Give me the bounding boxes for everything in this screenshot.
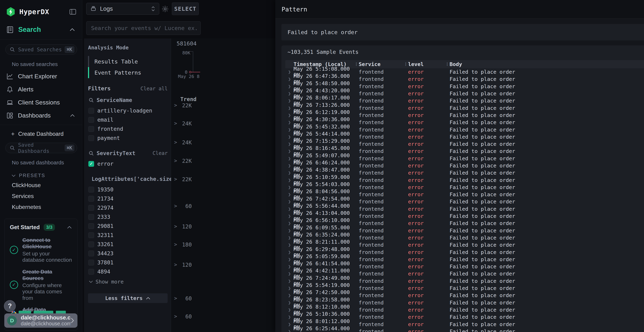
filter-option[interactable]: 34423: [88, 249, 168, 258]
mode-results-table[interactable]: Results Table: [88, 56, 168, 67]
expand-chevron-icon[interactable]: >: [174, 262, 177, 268]
preset-dashboard-services[interactable]: Services: [0, 191, 82, 202]
checkbox-unchecked[interactable]: [88, 196, 94, 202]
filter-option[interactable]: 2333: [88, 212, 168, 222]
collapse-sidebar-icon[interactable]: [70, 9, 76, 15]
expand-chevron-icon[interactable]: >: [174, 158, 177, 164]
checkbox-unchecked[interactable]: [88, 223, 94, 229]
filter-option[interactable]: 32311: [88, 230, 168, 240]
checkbox-unchecked[interactable]: [88, 126, 94, 132]
column-resize-handle[interactable]: ⋮: [404, 62, 408, 67]
saved-dashboards-input[interactable]: Saved Dashboards ⌘K: [5, 143, 77, 153]
event-search-input[interactable]: Search your events w/ Lucene ex. colu: [86, 21, 201, 35]
checkbox-unchecked[interactable]: [88, 108, 94, 114]
expand-chevron-icon[interactable]: >: [174, 242, 177, 248]
filter-option[interactable]: 37801: [88, 258, 168, 267]
expand-chevron-icon[interactable]: ❯: [285, 120, 294, 125]
sidebar-item-client-sessions[interactable]: Client Sessions: [0, 96, 82, 109]
expand-chevron-icon[interactable]: ❯: [285, 127, 294, 132]
expand-chevron-icon[interactable]: ❯: [285, 76, 294, 82]
filter-option[interactable]: 21734: [88, 194, 168, 203]
preset-dashboard-clickhouse[interactable]: ClickHouse: [0, 180, 82, 191]
mode-event-patterns[interactable]: Event Patterns: [88, 67, 168, 78]
expand-chevron-icon[interactable]: ❯: [285, 178, 294, 183]
expand-chevron-icon[interactable]: ❯: [285, 314, 294, 320]
select-button[interactable]: SELECT: [172, 2, 199, 15]
filter-option[interactable]: 33261: [88, 240, 168, 249]
expand-chevron-icon[interactable]: ❯: [285, 192, 294, 197]
expand-chevron-icon[interactable]: >: [174, 224, 177, 229]
get-started-item[interactable]: ✓ Create Data Sources Configure where yo…: [10, 268, 72, 301]
expand-chevron-icon[interactable]: ❯: [285, 141, 294, 147]
checkbox-unchecked[interactable]: [88, 242, 94, 247]
expand-chevron-icon[interactable]: >: [174, 120, 177, 126]
source-select[interactable]: Logs: [86, 3, 159, 15]
preset-dashboard-kubernetes[interactable]: Kubernetes: [0, 202, 82, 212]
expand-chevron-icon[interactable]: ❯: [285, 214, 294, 219]
expand-chevron-icon[interactable]: ❯: [285, 206, 294, 212]
expand-chevron-icon[interactable]: ❯: [285, 228, 294, 233]
filter-option[interactable]: 4894: [88, 267, 168, 276]
source-settings-gear-icon[interactable]: [162, 5, 169, 12]
checkbox-unchecked[interactable]: [88, 232, 94, 238]
expand-chevron-icon[interactable]: ❯: [285, 286, 294, 291]
expand-chevron-icon[interactable]: >: [174, 314, 177, 319]
expand-chevron-icon[interactable]: >: [174, 102, 177, 108]
checkbox-checked[interactable]: ✓: [88, 161, 94, 167]
expand-chevron-icon[interactable]: ❯: [285, 300, 294, 305]
column-resize-handle[interactable]: ⋮: [445, 62, 450, 67]
expand-chevron-icon[interactable]: ❯: [285, 257, 294, 262]
expand-chevron-icon[interactable]: ❯: [285, 163, 294, 168]
filter-option[interactable]: 22974: [88, 203, 168, 212]
expand-chevron-icon[interactable]: ❯: [285, 278, 294, 284]
expand-chevron-icon[interactable]: ❯: [285, 84, 294, 89]
expand-chevron-icon[interactable]: ❯: [285, 170, 294, 176]
expand-chevron-icon[interactable]: >: [174, 295, 177, 301]
expand-chevron-icon[interactable]: ❯: [285, 250, 294, 255]
checkbox-unchecked[interactable]: [88, 214, 94, 220]
expand-chevron-icon[interactable]: >: [174, 176, 177, 182]
filter-option[interactable]: frontend: [88, 124, 168, 134]
checkbox-unchecked[interactable]: [88, 117, 94, 123]
expand-chevron-icon[interactable]: ❯: [285, 156, 294, 161]
expand-chevron-icon[interactable]: ❯: [285, 199, 294, 204]
less-filters-button[interactable]: Less filters: [88, 293, 168, 303]
event-row[interactable]: ❯May 26 6:25:44.000 PMfrontenderrorFaile…: [285, 328, 644, 332]
checkbox-unchecked[interactable]: [88, 205, 94, 211]
column-resize-handle[interactable]: ⋮: [354, 62, 359, 67]
chevron-up-icon[interactable]: [70, 114, 75, 117]
help-button[interactable]: ?: [4, 300, 16, 312]
sidebar-section-search[interactable]: Search: [0, 22, 82, 40]
expand-chevron-icon[interactable]: >: [174, 203, 177, 209]
sidebar-item-chart-explorer[interactable]: Chart Explorer: [0, 70, 82, 83]
filter-option[interactable]: artillery-loadgen: [88, 106, 168, 115]
expand-chevron-icon[interactable]: ❯: [285, 184, 294, 190]
expand-chevron-icon[interactable]: ❯: [285, 91, 294, 96]
expand-chevron-icon[interactable]: ❯: [285, 112, 294, 118]
expand-chevron-icon[interactable]: ❯: [285, 293, 294, 298]
presets-toggle[interactable]: PRESETS: [0, 168, 82, 180]
expand-chevron-icon[interactable]: ❯: [285, 307, 294, 312]
expand-chevron-icon[interactable]: ❯: [285, 98, 294, 104]
filter-option[interactable]: payment: [88, 134, 168, 142]
expand-chevron-icon[interactable]: ❯: [285, 148, 294, 154]
user-menu[interactable]: D dale@clickhouse.com dale@clickhouse.co…: [4, 314, 78, 328]
checkbox-unchecked[interactable]: [88, 269, 94, 274]
checkbox-unchecked[interactable]: [88, 250, 94, 256]
expand-chevron-icon[interactable]: ❯: [285, 105, 294, 111]
get-started-item[interactable]: ✓ Connect to ClickHouse Set up your data…: [10, 237, 72, 263]
clear-group-button[interactable]: Clear: [152, 150, 168, 156]
expand-chevron-icon[interactable]: ❯: [285, 220, 294, 226]
chevron-up-icon[interactable]: [70, 28, 75, 31]
expand-chevron-icon[interactable]: >: [174, 139, 177, 145]
checkbox-unchecked[interactable]: [88, 260, 94, 266]
expand-chevron-icon[interactable]: ❯: [285, 322, 294, 327]
sidebar-item-alerts[interactable]: Alerts: [0, 83, 82, 96]
expand-chevron-icon[interactable]: ❯: [285, 264, 294, 269]
chevron-up-icon[interactable]: [67, 226, 72, 229]
expand-chevron-icon[interactable]: ❯: [285, 242, 294, 248]
show-more-button[interactable]: Show more: [89, 279, 168, 285]
sidebar-item-dashboards[interactable]: Dashboards: [0, 109, 82, 122]
expand-chevron-icon[interactable]: ❯: [285, 69, 294, 74]
expand-chevron-icon[interactable]: ❯: [285, 134, 294, 140]
